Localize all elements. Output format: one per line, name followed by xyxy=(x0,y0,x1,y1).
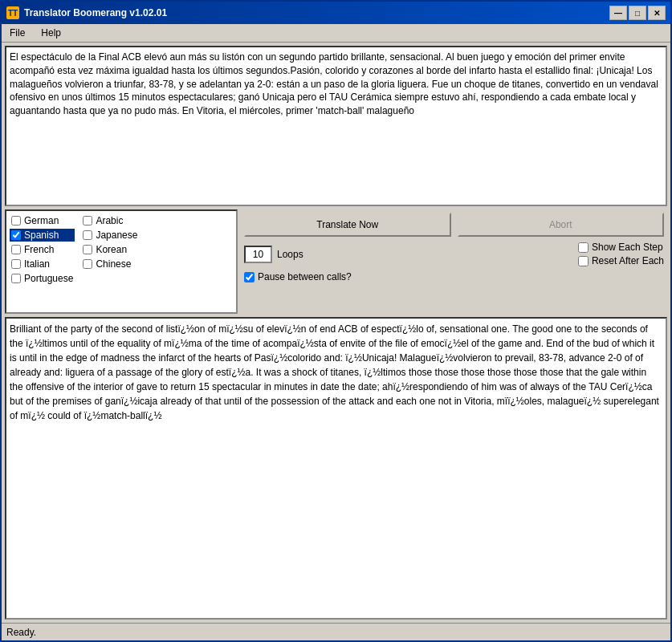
pause-row: Pause between calls? xyxy=(244,271,664,282)
lang-japanese-checkbox[interactable] xyxy=(83,230,92,240)
lang-arabic-label: Arabic xyxy=(96,215,123,226)
output-text: Brilliant of the party of the second of … xyxy=(10,323,659,421)
reset-after-each-option: Reset After Each xyxy=(578,255,664,266)
lang-portuguese-label: Portuguese xyxy=(24,273,73,284)
lang-spanish-checkbox[interactable] xyxy=(11,230,21,240)
lang-japanese-label: Japanese xyxy=(96,230,137,241)
main-window: TT Translator Boomerang v1.02.01 — □ ✕ F… xyxy=(0,0,672,642)
loops-label: Loops xyxy=(277,249,303,260)
translate-now-button[interactable]: Translate Now xyxy=(244,213,451,237)
menu-bar: File Help xyxy=(2,24,670,43)
reset-after-each-checkbox[interactable] xyxy=(578,256,589,266)
maximize-button[interactable]: □ xyxy=(629,6,646,20)
language-panel: German Spanish French Italian xyxy=(5,209,238,314)
lang-portuguese[interactable]: Portuguese xyxy=(10,272,75,285)
show-each-step-checkbox[interactable] xyxy=(578,242,589,253)
lang-italian[interactable]: Italian xyxy=(10,258,75,270)
show-each-step-option: Show Each Step xyxy=(578,242,664,253)
lang-german[interactable]: German xyxy=(10,214,75,227)
lang-german-checkbox[interactable] xyxy=(11,216,21,226)
minimize-button[interactable]: — xyxy=(609,6,627,20)
lang-italian-label: Italian xyxy=(24,258,50,270)
input-text-area[interactable]: El espectáculo de la Final ACB elevó aun… xyxy=(5,46,667,206)
buttons-row: Translate Now Abort xyxy=(244,213,664,237)
lang-arabic-checkbox[interactable] xyxy=(83,216,92,226)
language-col-2: Arabic Japanese Korean Chinese xyxy=(81,214,139,285)
lang-chinese-label: Chinese xyxy=(96,258,131,270)
language-columns: German Spanish French Italian xyxy=(10,214,233,285)
reset-after-each-label: Reset After Each xyxy=(592,255,664,266)
lang-french[interactable]: French xyxy=(10,243,75,256)
app-icon: TT xyxy=(6,6,19,19)
lang-korean-label: Korean xyxy=(96,244,127,255)
show-each-step-label: Show Each Step xyxy=(592,242,663,253)
menu-help[interactable]: Help xyxy=(36,26,66,40)
lang-spanish[interactable]: Spanish xyxy=(10,229,75,242)
close-button[interactable]: ✕ xyxy=(648,6,666,20)
lang-chinese-checkbox[interactable] xyxy=(83,259,92,269)
lang-french-checkbox[interactable] xyxy=(11,245,21,254)
lang-chinese[interactable]: Chinese xyxy=(81,258,139,270)
control-panel: Translate Now Abort Loops Show Each Step… xyxy=(241,209,667,314)
lang-spanish-label: Spanish xyxy=(24,230,59,241)
title-bar-left: TT Translator Boomerang v1.02.01 xyxy=(6,6,167,19)
lang-french-label: French xyxy=(24,244,54,255)
input-text: El espectáculo de la Final ACB elevó aun… xyxy=(10,51,658,116)
lang-italian-checkbox[interactable] xyxy=(11,259,21,269)
loops-input[interactable] xyxy=(244,246,272,263)
lang-portuguese-checkbox[interactable] xyxy=(11,274,21,283)
lang-korean-checkbox[interactable] xyxy=(83,245,92,254)
main-content: El espectáculo de la Final ACB elevó aun… xyxy=(2,43,670,623)
lang-korean[interactable]: Korean xyxy=(81,243,139,256)
menu-file[interactable]: File xyxy=(5,26,30,40)
lang-arabic[interactable]: Arabic xyxy=(81,214,139,227)
title-bar: TT Translator Boomerang v1.02.01 — □ ✕ xyxy=(2,2,670,24)
output-text-area[interactable]: Brilliant of the party of the second of … xyxy=(5,317,667,620)
status-text: Ready. xyxy=(6,627,36,638)
abort-button[interactable]: Abort xyxy=(458,213,665,237)
pause-checkbox[interactable] xyxy=(244,272,255,282)
lang-japanese[interactable]: Japanese xyxy=(81,229,139,242)
pause-label: Pause between calls? xyxy=(258,271,352,282)
lang-german-label: German xyxy=(24,215,59,226)
loops-row: Loops Show Each Step Reset After Each xyxy=(244,242,664,266)
language-col-1: German Spanish French Italian xyxy=(10,214,75,285)
title-buttons: — □ ✕ xyxy=(609,6,666,20)
window-title: Translator Boomerang v1.02.01 xyxy=(24,7,167,18)
status-bar: Ready. xyxy=(2,623,670,640)
middle-section: German Spanish French Italian xyxy=(5,209,667,314)
